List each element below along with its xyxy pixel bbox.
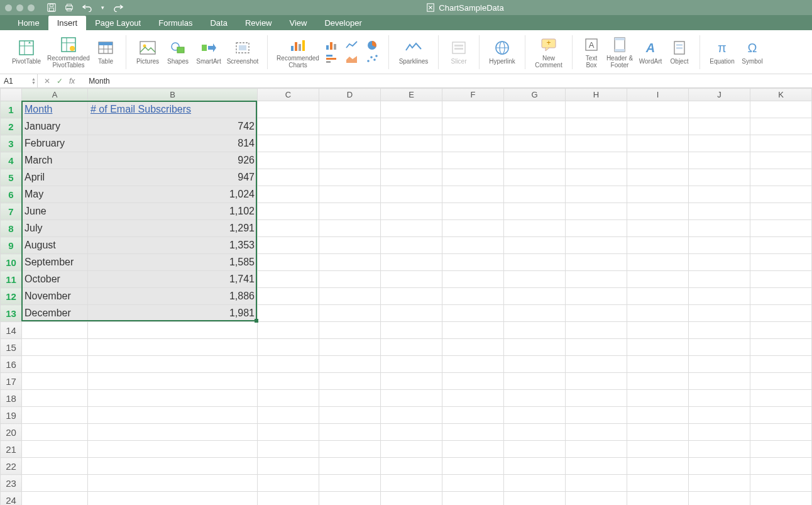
cell-C7[interactable] <box>258 203 319 220</box>
cell-B23[interactable] <box>88 475 258 492</box>
cell-F4[interactable] <box>442 152 504 169</box>
cell-E22[interactable] <box>381 458 442 475</box>
cell-D16[interactable] <box>319 356 381 373</box>
cell-E18[interactable] <box>381 390 442 407</box>
cell-H16[interactable] <box>566 356 627 373</box>
cell-K7[interactable] <box>750 203 812 220</box>
cell-A15[interactable] <box>22 339 88 356</box>
cell-H23[interactable] <box>566 475 627 492</box>
row-header-11[interactable]: 11 <box>1 271 22 288</box>
row-header-24[interactable]: 24 <box>1 492 22 506</box>
cell-K24[interactable] <box>750 492 812 506</box>
cell-E23[interactable] <box>381 475 442 492</box>
cell-I11[interactable] <box>627 271 689 288</box>
tab-review[interactable]: Review <box>236 16 281 30</box>
cell-J15[interactable] <box>689 339 750 356</box>
cell-K1[interactable] <box>750 101 812 118</box>
cell-C19[interactable] <box>258 407 319 424</box>
cell-C13[interactable] <box>258 305 319 322</box>
zoom-window-button[interactable] <box>28 4 35 11</box>
cell-F18[interactable] <box>442 390 504 407</box>
cell-C18[interactable] <box>258 390 319 407</box>
cell-B14[interactable] <box>88 322 258 339</box>
cell-G11[interactable] <box>504 271 566 288</box>
row-header-5[interactable]: 5 <box>1 169 22 186</box>
cell-J12[interactable] <box>689 288 750 305</box>
cell-I9[interactable] <box>627 237 689 254</box>
cell-E7[interactable] <box>381 203 442 220</box>
tab-formulas[interactable]: Formulas <box>150 16 201 30</box>
cell-I24[interactable] <box>627 492 689 506</box>
cell-A12[interactable]: November <box>22 288 88 305</box>
cell-I10[interactable] <box>627 254 689 271</box>
cell-B17[interactable] <box>88 373 258 390</box>
cell-E24[interactable] <box>381 492 442 506</box>
cell-A1[interactable]: Month <box>22 101 88 118</box>
formula-input[interactable]: Month <box>86 77 812 86</box>
cell-G21[interactable] <box>504 441 566 458</box>
cell-B5[interactable]: 947 <box>88 169 258 186</box>
cell-F12[interactable] <box>442 288 504 305</box>
recommended-pivottables-button[interactable]: Recommended PivotTables <box>45 32 92 72</box>
cell-H11[interactable] <box>566 271 627 288</box>
cell-E14[interactable] <box>381 322 442 339</box>
close-window-button[interactable] <box>5 4 12 11</box>
cell-A8[interactable]: July <box>22 220 88 237</box>
cell-J9[interactable] <box>689 237 750 254</box>
cell-B7[interactable]: 1,102 <box>88 203 258 220</box>
column-header-G[interactable]: G <box>504 89 566 101</box>
cell-F10[interactable] <box>442 254 504 271</box>
cell-I20[interactable] <box>627 424 689 441</box>
row-header-6[interactable]: 6 <box>1 186 22 203</box>
cell-K8[interactable] <box>750 220 812 237</box>
cell-D1[interactable] <box>319 101 381 118</box>
row-header-21[interactable]: 21 <box>1 441 22 458</box>
equation-button[interactable]: π Equation <box>706 32 738 72</box>
cell-J24[interactable] <box>689 492 750 506</box>
cell-D9[interactable] <box>319 237 381 254</box>
cell-H17[interactable] <box>566 373 627 390</box>
cell-D12[interactable] <box>319 288 381 305</box>
cell-B20[interactable] <box>88 424 258 441</box>
cell-I17[interactable] <box>627 373 689 390</box>
cell-G6[interactable] <box>504 186 566 203</box>
cell-K3[interactable] <box>750 135 812 152</box>
cell-I12[interactable] <box>627 288 689 305</box>
cell-D3[interactable] <box>319 135 381 152</box>
cell-D18[interactable] <box>319 390 381 407</box>
row-header-4[interactable]: 4 <box>1 152 22 169</box>
cell-D21[interactable] <box>319 441 381 458</box>
cell-A4[interactable]: March <box>22 152 88 169</box>
cell-C6[interactable] <box>258 186 319 203</box>
cell-B21[interactable] <box>88 441 258 458</box>
column-header-H[interactable]: H <box>566 89 627 101</box>
cell-F15[interactable] <box>442 339 504 356</box>
cell-A11[interactable]: October <box>22 271 88 288</box>
cell-H2[interactable] <box>566 118 627 135</box>
cell-H8[interactable] <box>566 220 627 237</box>
cell-A17[interactable] <box>22 373 88 390</box>
cell-G7[interactable] <box>504 203 566 220</box>
shapes-button[interactable]: Shapes <box>163 32 193 72</box>
cell-A7[interactable]: June <box>22 203 88 220</box>
cell-B15[interactable] <box>88 339 258 356</box>
cell-K14[interactable] <box>750 322 812 339</box>
cell-B16[interactable] <box>88 356 258 373</box>
column-header-K[interactable]: K <box>750 89 812 101</box>
cell-K21[interactable] <box>750 441 812 458</box>
row-header-14[interactable]: 14 <box>1 322 22 339</box>
cell-F16[interactable] <box>442 356 504 373</box>
cell-K10[interactable] <box>750 254 812 271</box>
cell-H14[interactable] <box>566 322 627 339</box>
line-chart-button[interactable] <box>344 40 359 51</box>
cell-I13[interactable] <box>627 305 689 322</box>
cell-I5[interactable] <box>627 169 689 186</box>
cell-F24[interactable] <box>442 492 504 506</box>
cell-F14[interactable] <box>442 322 504 339</box>
cell-E10[interactable] <box>381 254 442 271</box>
cell-C12[interactable] <box>258 288 319 305</box>
new-comment-button[interactable]: + New Comment <box>532 32 566 72</box>
row-header-18[interactable]: 18 <box>1 390 22 407</box>
cell-D19[interactable] <box>319 407 381 424</box>
cell-F23[interactable] <box>442 475 504 492</box>
